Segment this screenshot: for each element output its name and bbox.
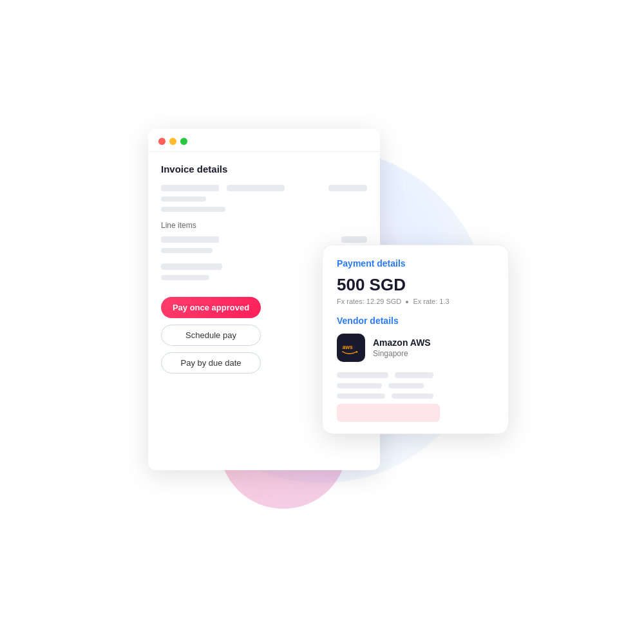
skeleton-row-2	[161, 196, 367, 202]
skeleton-line	[337, 383, 382, 388]
vendor-row: aws Amazon AWS Singapore	[337, 334, 494, 362]
payment-section-title: Payment details	[337, 258, 494, 269]
skeleton-line	[337, 372, 388, 378]
card-skeleton-row-1	[337, 372, 494, 378]
card-skeleton-row-3	[337, 393, 494, 399]
dot-yellow	[169, 138, 176, 145]
skeleton-line	[227, 185, 285, 191]
skeleton-line	[328, 185, 367, 191]
window-titlebar	[148, 129, 380, 152]
schedule-pay-button[interactable]: Schedule pay	[161, 325, 261, 346]
vendor-name: Amazon AWS	[373, 337, 431, 348]
payment-card: Payment details 500 SGD Fx rates: 12.29 …	[322, 245, 509, 434]
skeleton-line	[161, 196, 206, 202]
skeleton-line	[161, 248, 213, 253]
payment-amount: 500 SGD	[337, 275, 494, 295]
pay-by-due-date-button[interactable]: Pay by due date	[161, 352, 261, 374]
skeleton-row-3	[161, 207, 367, 212]
skeleton-line	[161, 263, 222, 270]
skeleton-line	[337, 393, 385, 399]
aws-logo-svg: aws	[339, 336, 363, 359]
skeleton-line	[341, 236, 367, 243]
svg-text:aws: aws	[343, 344, 353, 350]
fx-dot	[406, 301, 408, 303]
vendor-location: Singapore	[373, 349, 431, 358]
line-item-row-1	[161, 236, 367, 243]
vendor-section-title: Vendor details	[337, 316, 494, 326]
invoice-title: Invoice details	[161, 164, 367, 175]
card-skeleton-row-2	[337, 383, 494, 388]
vendor-info: Amazon AWS Singapore	[373, 337, 431, 358]
skeleton-line	[392, 393, 433, 399]
payment-fx: Fx rates: 12.29 SGD Ex rate: 1.3	[337, 298, 494, 305]
skeleton-line	[161, 185, 219, 191]
fx-rates: Fx rates: 12.29 SGD	[337, 298, 401, 305]
dot-green	[180, 138, 187, 145]
ex-rate: Ex rate: 1.3	[413, 298, 449, 305]
skeleton-line	[161, 236, 219, 243]
dot-red	[158, 138, 166, 145]
line-items-label: Line items	[161, 221, 367, 230]
skeleton-line	[388, 383, 424, 388]
pay-once-approved-button[interactable]: Pay once approved	[161, 297, 261, 318]
skeleton-line	[161, 275, 209, 280]
scene: Invoice details Line items	[135, 97, 509, 547]
skeleton-row-1	[161, 185, 367, 191]
vendor-logo: aws	[337, 334, 365, 362]
skeleton-line	[395, 372, 433, 378]
pink-action-bar	[337, 404, 440, 422]
skeleton-line	[161, 207, 225, 212]
